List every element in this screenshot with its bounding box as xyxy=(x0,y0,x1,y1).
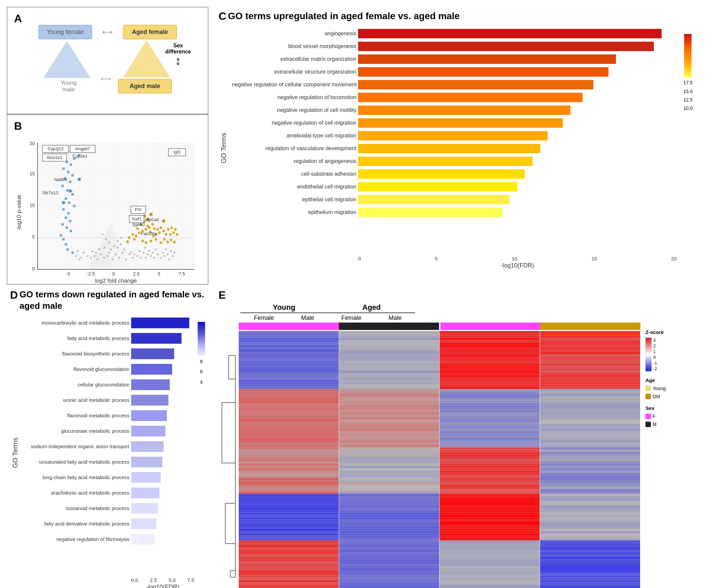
d-xaxis-label: -log10(FDR) xyxy=(146,584,179,588)
sex-diff-arrow: ↕ xyxy=(175,55,181,67)
gene-igf2: Igf2 xyxy=(173,150,181,155)
c-bar-row-13: epithelial cell migration xyxy=(232,193,677,206)
d-bar-11 xyxy=(131,488,159,498)
panel-a-label: A xyxy=(14,12,22,25)
c-bar-row-8: ameboidal-type cell migration xyxy=(232,129,677,142)
c-legend-bar xyxy=(684,34,692,78)
panel-a: A Young female ⟷ Aged female ↕ Youngmale… xyxy=(7,7,208,114)
panel-a-inner: Young female ⟷ Aged female ↕ Youngmale ⟷… xyxy=(14,25,201,123)
d-bar-row-6: flavonoid metabolic process xyxy=(22,408,194,423)
e-dendrogram xyxy=(219,323,239,588)
svg-point-80 xyxy=(70,230,72,233)
svg-point-98 xyxy=(70,163,72,166)
svg-point-116 xyxy=(136,227,139,230)
svg-point-138 xyxy=(145,241,147,244)
gene-ugt1a2: Ugt1a2 xyxy=(145,217,159,222)
svg-point-31 xyxy=(103,247,105,249)
svg-point-54 xyxy=(157,253,159,255)
d-bar-2 xyxy=(131,348,174,359)
svg-text:-5: -5 xyxy=(66,271,71,277)
d-bar-3 xyxy=(131,364,172,375)
d-bar-13 xyxy=(131,518,156,529)
e-sex-m: M xyxy=(653,422,657,427)
svg-point-36 xyxy=(131,257,133,259)
svg-point-152 xyxy=(149,213,153,216)
sex-diff-label: Sex difference ↕ xyxy=(165,43,191,67)
svg-point-97 xyxy=(62,167,65,170)
d-bar-row-4: cellular glucuronidation xyxy=(22,377,194,392)
d-bar-row-14: negative regulation of fibrinolysis xyxy=(22,532,194,547)
c-legend: 17.5 15.0 12.5 10.0 xyxy=(683,34,693,269)
e-heatmap-data xyxy=(239,331,640,588)
svg-point-59 xyxy=(163,255,165,257)
svg-point-111 xyxy=(134,235,137,237)
c-bar-7 xyxy=(358,118,563,128)
e-young-male: Male xyxy=(301,314,314,322)
svg-point-126 xyxy=(158,232,161,234)
triangle-aged xyxy=(123,40,170,77)
svg-point-43 xyxy=(140,257,142,259)
gene-slco1a1: Slco1a1 xyxy=(47,155,63,160)
c-bar-row-3: extracellular structure organization xyxy=(232,66,677,78)
svg-point-78 xyxy=(62,238,65,241)
svg-point-92 xyxy=(61,185,64,187)
svg-point-34 xyxy=(98,248,100,250)
svg-point-84 xyxy=(65,216,67,219)
svg-point-85 xyxy=(67,212,70,215)
e-bar-aged-female xyxy=(440,323,541,330)
svg-text:2.5: 2.5 xyxy=(133,271,140,277)
volcano-plot: Cyp2j13 Angptl7 Slco1a1 Cyp2e1 Nat8f5 Sl… xyxy=(14,132,201,293)
svg-point-72 xyxy=(120,237,122,239)
svg-text:-2.5: -2.5 xyxy=(87,271,95,277)
svg-point-22 xyxy=(122,252,124,254)
svg-point-27 xyxy=(128,253,130,255)
svg-point-45 xyxy=(143,252,145,254)
svg-point-64 xyxy=(78,258,80,260)
e-young-female: Female xyxy=(254,314,274,322)
e-aged-group: Aged Female Male xyxy=(328,303,415,322)
svg-point-148 xyxy=(126,241,129,243)
d-bar-row-11: arachidonic acid metabolic process xyxy=(22,485,194,501)
svg-point-147 xyxy=(128,236,131,239)
svg-point-75 xyxy=(71,251,74,254)
svg-point-127 xyxy=(160,226,162,229)
svg-text:15: 15 xyxy=(30,171,35,176)
svg-point-65 xyxy=(168,258,170,260)
svg-point-55 xyxy=(83,252,85,254)
e-aged-male: Male xyxy=(389,314,402,322)
svg-point-77 xyxy=(65,243,67,246)
svg-point-60 xyxy=(165,248,167,250)
young-male-label: Youngmale xyxy=(61,80,77,93)
svg-text:5: 5 xyxy=(32,234,35,240)
svg-point-139 xyxy=(141,240,144,242)
panel-ab: A Young female ⟷ Aged female ↕ Youngmale… xyxy=(7,7,208,282)
svg-point-83 xyxy=(69,220,72,222)
svg-point-39 xyxy=(90,257,92,259)
arrow-down-aged: ↕ xyxy=(144,33,146,39)
svg-point-124 xyxy=(156,228,159,231)
d-bar-12 xyxy=(131,503,158,514)
svg-point-20 xyxy=(103,257,105,259)
gene-nat8f5: Nat8f5 xyxy=(54,177,67,182)
d-bar-row-5: uronic acid metabolic process xyxy=(22,392,194,408)
c-bar-row-7: negative regulation of cell migration xyxy=(232,117,677,129)
c-bar-1 xyxy=(358,42,654,51)
c-bar-0 xyxy=(358,29,662,38)
c-xaxis: 0 5 10 15 20 -log10(FDR) xyxy=(358,255,677,269)
gene-slc7a13: Slc7a13 xyxy=(42,190,58,195)
svg-point-46 xyxy=(144,247,146,249)
svg-point-82 xyxy=(61,223,64,226)
svg-point-26 xyxy=(125,258,127,260)
c-bar-8 xyxy=(358,131,548,140)
svg-point-57 xyxy=(160,257,162,259)
panel-c: C GO terms upregulated in aged female vs… xyxy=(212,7,699,282)
e-color-bar xyxy=(239,323,640,330)
svg-point-62 xyxy=(75,255,77,257)
gene-prlr: Prlr xyxy=(135,207,142,212)
svg-point-21 xyxy=(118,257,120,259)
figure-container: A Young female ⟷ Aged female ↕ Youngmale… xyxy=(0,0,706,588)
chart-d: GO Terms monocarboxylic acid metabolic p… xyxy=(10,315,205,588)
panel-e-inner: Young Female Male Aged Female Male xyxy=(219,303,693,588)
c-bar-row-6: negative regulation of cell motility xyxy=(232,104,677,117)
d-bar-row-12: icosanoid metabolic process xyxy=(22,501,194,516)
